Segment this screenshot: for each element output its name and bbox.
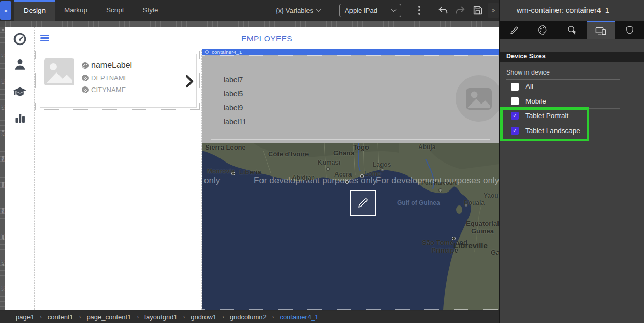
map-label: Accra [334, 171, 352, 178]
move-icon [204, 50, 209, 54]
map-label: Port Harcourt [421, 180, 457, 186]
map-label: Lome [364, 170, 381, 178]
ruler-tick-label: 350 [1, 206, 5, 216]
variables-label: {x} Variables [276, 7, 313, 14]
panel-tab-edit[interactable] [500, 21, 529, 39]
map-label: Ghana [333, 149, 354, 157]
undo-icon[interactable] [437, 5, 449, 16]
map-label: Kumasi [318, 159, 340, 166]
bind-icon [82, 75, 89, 81]
container-label: label7 [224, 76, 246, 84]
map-marker [380, 168, 384, 172]
container-label: label5 [224, 90, 246, 98]
map-label: Gulf of Guinea [397, 199, 440, 207]
breadcrumb-item-content1[interactable]: content1 [48, 313, 74, 321]
container-labels: label7label5label9label11 [224, 55, 246, 126]
speedometer-icon[interactable] [13, 32, 27, 46]
device-preview-select[interactable]: Apple iPad [339, 4, 401, 17]
list-item-card[interactable]: nameLabel DEPTNAME C [40, 54, 197, 108]
circular-image-placeholder-icon [456, 75, 499, 122]
panel-tab-security[interactable] [615, 21, 644, 39]
breadcrumb-separator: › [137, 314, 139, 320]
expand-left-panel-button[interactable]: » [0, 1, 11, 20]
map-label: Gabon [491, 248, 499, 256]
devices-icon [595, 25, 607, 37]
device-option-all[interactable]: All [506, 80, 620, 94]
toolbar-divider [430, 4, 430, 17]
ruler-tick-label: 0 [1, 27, 5, 35]
breadcrumb-item-gridrow1[interactable]: gridrow1 [191, 313, 216, 321]
ruler-tick-label: 550 [1, 310, 5, 310]
ruler-corner [0, 21, 5, 27]
ruler-tick-label: 300 [1, 180, 5, 190]
panel-tab-devices[interactable] [587, 21, 616, 39]
horizontal-ruler [5, 21, 499, 27]
breadcrumb-item-page_content1[interactable]: page_content1 [86, 313, 131, 321]
map-edit-button[interactable] [350, 190, 376, 216]
list-item-name-label: nameLabel [91, 61, 132, 70]
breadcrumb-item-container4_1[interactable]: container4_1 [280, 313, 318, 321]
page-title: EMPLOYEES [35, 27, 499, 50]
list-widget[interactable]: nameLabel DEPTNAME C [35, 51, 200, 110]
map-marker [464, 203, 468, 207]
tab-style[interactable]: Style [134, 0, 168, 21]
map-watermark: For development purposes only [254, 175, 377, 186]
map-label: Sierra Leone [205, 143, 246, 151]
map-label: Côte d'Ivoire [268, 150, 309, 158]
chevron-down-icon [391, 7, 397, 12]
image-placeholder-icon [44, 58, 74, 85]
map-label: Abuja [418, 143, 435, 151]
breadcrumb-item-gridcolumn2[interactable]: gridcolumn2 [230, 313, 267, 321]
map-label: Lagos [373, 161, 391, 168]
properties-panel: wm-container: container4_1 [499, 0, 644, 323]
bar-chart-icon[interactable] [13, 111, 27, 125]
redo-icon[interactable] [455, 5, 466, 16]
chevron-right-icon[interactable] [186, 75, 194, 88]
device-option-tablet-landscape[interactable]: ✓Tablet Landscape [506, 123, 620, 138]
pencil-icon [357, 197, 369, 209]
container-widget[interactable]: label7label5label9label11 [202, 55, 499, 143]
panel-title: wm-container: container4_1 [500, 0, 644, 21]
save-icon[interactable] [472, 5, 484, 16]
list-item-fields: nameLabel DEPTNAME C [82, 61, 179, 98]
breadcrumb-item-page1[interactable]: page1 [16, 313, 34, 321]
map-widget[interactable]: Sierra LeoneCôte d'IvoireGhanaTogoAbujaK… [202, 143, 499, 310]
tab-markup[interactable]: Markup [55, 0, 97, 21]
breadcrumb-separator: › [222, 314, 224, 320]
container-label: label9 [224, 104, 246, 112]
selection-label: container4_1 [212, 49, 242, 55]
device-preview-value: Apple iPad [345, 7, 377, 14]
kebab-menu-icon[interactable] [418, 6, 420, 8]
checkbox-checked[interactable]: ✓ [511, 127, 519, 135]
widget-selection-bar[interactable]: container4_1 [202, 49, 499, 55]
tab-script[interactable]: Script [97, 0, 134, 21]
ruler-tick-label: 450 [1, 258, 5, 268]
panel-tab-styles[interactable] [529, 21, 558, 39]
ruler-tick-label: 100 [1, 77, 5, 87]
map-label: Yaoundé [484, 192, 499, 199]
checkbox-checked[interactable]: ✓ [511, 112, 519, 120]
checkbox-unchecked[interactable] [511, 97, 519, 105]
toolbar-more-button[interactable]: » [488, 3, 499, 18]
breadcrumb-item-layoutgrid1[interactable]: layoutgrid1 [144, 313, 178, 321]
map-label: Equatorial Guinea [462, 219, 499, 235]
bind-icon [82, 62, 89, 69]
tab-design[interactable]: Design [14, 0, 55, 21]
device-option-tablet-portrait[interactable]: ✓Tablet Portrait [506, 109, 620, 123]
variables-menu[interactable]: {x} Variables [276, 0, 320, 21]
map-label: Monrovia [207, 168, 235, 175]
container-label: label11 [224, 118, 246, 126]
device-list: AllMobile✓Tablet Portrait✓Tablet Landsca… [506, 79, 620, 138]
map-label: Liberia [239, 168, 261, 176]
pencil-icon [509, 25, 520, 36]
graduation-cap-icon[interactable] [13, 85, 27, 99]
breadcrumb-separator: › [40, 314, 42, 320]
map-marker [231, 172, 235, 175]
device-option-label: Tablet Landscape [525, 127, 580, 135]
panel-tab-inspect[interactable] [558, 21, 587, 39]
vertical-ruler: 050100150200250300350400450500550 [0, 27, 5, 310]
person-icon[interactable] [13, 57, 27, 71]
checkbox-unchecked[interactable] [511, 83, 519, 91]
device-option-mobile[interactable]: Mobile [506, 94, 620, 109]
map-label: Libreville [453, 241, 488, 250]
